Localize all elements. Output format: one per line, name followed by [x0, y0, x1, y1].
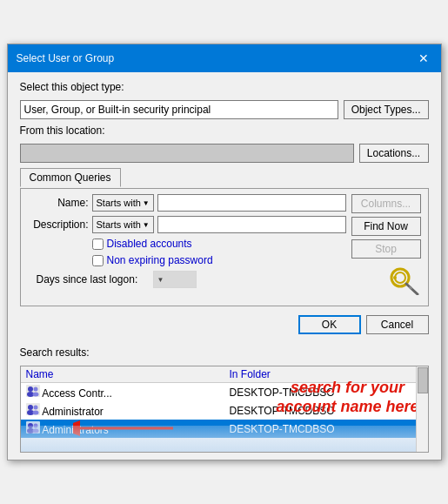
svg-point-18 — [33, 424, 37, 428]
common-queries-tab[interactable]: Common Queries — [20, 168, 121, 187]
days-dropdown: ▼ — [153, 271, 197, 288]
svg-point-8 — [33, 387, 37, 392]
svg-point-19 — [32, 429, 38, 433]
description-filter-arrow-icon: ▼ — [143, 221, 150, 229]
user-icon-img — [26, 385, 40, 397]
svg-point-9 — [32, 393, 38, 397]
row-folder: DESKTOP-TMCDBSO — [224, 420, 428, 438]
days-label: Days since last logon: — [37, 273, 150, 286]
find-now-button[interactable]: Find Now — [351, 217, 421, 236]
key-icon-area — [351, 262, 421, 299]
location-row: Locations... — [20, 144, 429, 163]
table-row[interactable]: Administrator DESKTOP-TMCDBSO — [21, 401, 428, 420]
dialog-body: Select this object type: Object Types...… — [8, 72, 441, 460]
user-group-icon — [26, 421, 40, 433]
table-row[interactable]: Administrators DESKTOP-TMCDBSO — [21, 420, 428, 438]
non-expiring-label[interactable]: Non expiring password — [107, 254, 213, 266]
object-type-label: Select this object type: — [20, 81, 429, 93]
queries-left: Name: Starts with ▼ Description: Starts — [28, 194, 346, 299]
key-search-icon — [388, 265, 421, 295]
name-filter-dropdown[interactable]: Starts with ▼ — [92, 194, 154, 212]
row-name: Access Contr... — [21, 383, 224, 402]
scrollbar-thumb[interactable] — [418, 367, 428, 393]
svg-point-11 — [28, 405, 33, 410]
disabled-accounts-checkbox[interactable] — [92, 239, 104, 250]
description-filter-label: Starts with — [97, 219, 141, 230]
svg-point-6 — [28, 386, 33, 392]
close-button[interactable]: ✕ — [415, 50, 432, 67]
user-icon-img — [26, 403, 40, 415]
non-expiring-checkbox[interactable] — [92, 255, 104, 266]
name-filter-label: Starts with — [97, 198, 141, 208]
object-type-input[interactable] — [20, 100, 338, 119]
cancel-button[interactable]: Cancel — [366, 315, 429, 334]
table-row[interactable]: Access Contr... DESKTOP-TMCDBSO — [21, 383, 428, 402]
common-queries-section: Common Queries Name: Starts with ▼ — [20, 168, 429, 306]
user-icon — [26, 403, 40, 415]
common-queries-box: Name: Starts with ▼ Description: Starts — [20, 188, 429, 306]
results-table: Name In Folder — [21, 366, 428, 438]
description-field-row: Description: Starts with ▼ — [28, 216, 346, 233]
title-bar: Select User or Group ✕ — [8, 44, 441, 72]
location-field — [20, 144, 354, 163]
description-filter-dropdown[interactable]: Starts with ▼ — [92, 216, 154, 233]
search-results-label: Search results: — [20, 345, 429, 360]
disabled-accounts-row: Disabled accounts — [28, 238, 346, 250]
select-user-group-dialog: Select User or Group ✕ Select this objec… — [7, 44, 442, 460]
row-name: Administrators — [21, 420, 224, 438]
object-types-button[interactable]: Object Types... — [344, 100, 429, 119]
queries-content: Name: Starts with ▼ Description: Starts — [28, 194, 421, 299]
name-field-row: Name: Starts with ▼ — [28, 194, 346, 212]
ok-button[interactable]: OK — [298, 315, 361, 334]
row-folder: DESKTOP-TMCDBSO — [224, 401, 428, 420]
name-filter-arrow-icon: ▼ — [143, 199, 150, 207]
table-header-row: Name In Folder — [21, 366, 428, 383]
scrollbar-track[interactable] — [416, 366, 428, 452]
svg-point-3 — [393, 276, 397, 279]
dialog-title: Select User or Group — [17, 52, 115, 64]
svg-point-16 — [28, 423, 33, 428]
row-name: Administrator — [21, 401, 224, 420]
object-type-row: Object Types... — [20, 100, 429, 119]
description-label: Description: — [28, 218, 89, 231]
columns-button[interactable]: Columns... — [351, 194, 421, 213]
name-label: Name: — [28, 197, 89, 209]
name-filter-input[interactable] — [157, 194, 346, 212]
days-dropdown-arrow-icon: ▼ — [157, 276, 164, 284]
column-header-name: Name — [21, 366, 224, 383]
queries-right: Columns... Find Now Stop — [351, 194, 421, 299]
location-label: From this location: — [20, 124, 429, 137]
user-icon-img — [26, 421, 40, 433]
column-header-folder: In Folder — [224, 366, 428, 383]
results-table-container[interactable]: Name In Folder — [20, 366, 429, 453]
non-expiring-row: Non expiring password — [28, 254, 346, 266]
row-folder: DESKTOP-TMCDBSO — [224, 383, 428, 402]
stop-button[interactable]: Stop — [351, 239, 421, 259]
svg-point-14 — [32, 411, 38, 415]
svg-line-2 — [406, 284, 418, 294]
disabled-accounts-label[interactable]: Disabled accounts — [107, 238, 192, 250]
days-row: Days since last logon: ▼ — [28, 271, 346, 288]
locations-button[interactable]: Locations... — [359, 144, 429, 163]
description-filter-input[interactable] — [157, 216, 346, 233]
ok-cancel-row: OK Cancel — [20, 312, 429, 339]
svg-point-13 — [33, 406, 37, 410]
user-group-icon — [26, 385, 40, 397]
